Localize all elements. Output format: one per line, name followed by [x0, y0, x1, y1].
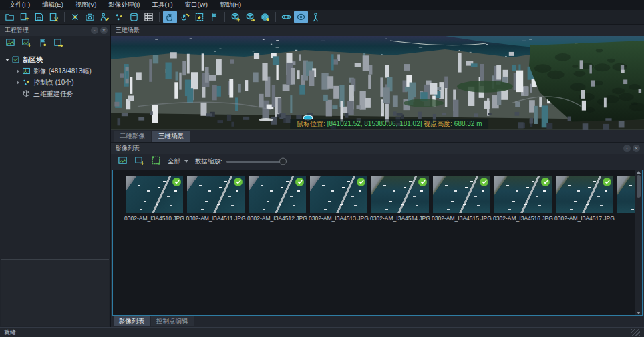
project-panel: 工程管理 ◦ ✕ 新区块影像 (4813/4813幅)控制点 (10个)三维重建…: [0, 25, 111, 327]
close-panel-icon[interactable]: ✕: [633, 145, 640, 152]
resize-grip[interactable]: [631, 329, 640, 336]
tab-image-list[interactable]: 影像列表: [114, 316, 150, 326]
image-thumbnail-4[interactable]: 0302-AM_I3A4513.JPG: [308, 176, 369, 316]
image-thumbnail-9[interactable]: [615, 176, 635, 316]
image-thumbnail-2[interactable]: 0302-AM_I3A4511.JPG: [185, 176, 247, 316]
data-zoom-label: 数据缩放:: [195, 157, 222, 166]
aerial-image-preview[interactable]: [126, 176, 183, 213]
open-project-button[interactable]: [3, 11, 17, 23]
image-filter-dropdown[interactable]: 全部: [168, 157, 188, 166]
tree-item-label: 控制点 (10个): [33, 78, 74, 87]
aerial-image-preview[interactable]: [556, 176, 613, 213]
save-project-button[interactable]: [32, 11, 46, 23]
close-panel-icon[interactable]: ✕: [100, 27, 108, 34]
add-control-point-button[interactable]: [37, 37, 47, 50]
toolbar-separator: [159, 12, 160, 22]
image-thumbnail-1[interactable]: 0302-AM_I3A4510.JPG: [124, 176, 185, 316]
aerial-image-preview[interactable]: [617, 176, 635, 213]
export-model-button[interactable]: [243, 11, 257, 23]
database-button[interactable]: [127, 11, 141, 23]
image-thumbnail-8[interactable]: 0302-AM_I3A4517.JPG: [554, 176, 615, 316]
camera-button[interactable]: [83, 11, 97, 23]
add-images-button[interactable]: [21, 37, 31, 50]
select-all-button[interactable]: [151, 155, 161, 168]
mouse-position-label: 鼠标位置:: [297, 120, 325, 127]
reconstruction-button[interactable]: [258, 11, 272, 23]
grid-button[interactable]: [142, 11, 156, 23]
menu-item-4[interactable]: 影像处理(I): [103, 0, 145, 10]
save-project-icon: [34, 12, 44, 22]
add-model-button[interactable]: [228, 11, 243, 23]
image-add-button[interactable]: [134, 155, 144, 168]
toolbar-separator: [64, 12, 65, 22]
image-list-toolbar: 全部 数据缩放:: [111, 154, 644, 170]
rotate-hand-button[interactable]: [178, 11, 192, 23]
collapse-arrow-icon[interactable]: [15, 81, 21, 85]
marquee-select-button[interactable]: [192, 11, 206, 23]
aerotriangulation-button[interactable]: [68, 11, 82, 23]
main-toolbar: [0, 10, 644, 25]
image-filename: 0302-AM_I3A4511.JPG: [186, 215, 245, 222]
viewport-status-overlay: 鼠标位置: [841021.52, 815383.86, 181.02] 视点高…: [290, 119, 488, 129]
aerial-image-preview[interactable]: [371, 176, 429, 213]
tree-item-label: 三维重建任务: [33, 89, 73, 99]
menu-item-6[interactable]: 窗口(W): [180, 0, 213, 10]
image-filename: 0302-AM_I3A4514.JPG: [370, 215, 430, 222]
add-model-icon: [230, 12, 240, 22]
pan-hand-button[interactable]: [163, 11, 177, 23]
image-thumbnail-3[interactable]: 0302-AM_I3A4512.JPG: [247, 176, 308, 316]
thumbnails-scrollbar[interactable]: [635, 170, 642, 316]
aerial-image-preview[interactable]: [187, 176, 245, 213]
project-panel-lower-area: [1, 259, 109, 326]
image-thumbnail-6[interactable]: 0302-AM_I3A4515.JPG: [431, 176, 492, 316]
collapse-arrow-icon[interactable]: [15, 69, 21, 73]
status-bar: 就绪: [0, 327, 644, 337]
eye-view-button[interactable]: [294, 11, 308, 23]
check-icon: [603, 178, 611, 186]
menu-item-7[interactable]: 帮助(H): [214, 0, 247, 10]
tripod-person-button[interactable]: [309, 11, 323, 23]
tree-item-3[interactable]: 控制点 (10个): [0, 77, 110, 88]
data-zoom-slider[interactable]: [226, 161, 285, 163]
import-images-button[interactable]: [5, 37, 15, 50]
check-icon: [172, 178, 181, 186]
aerial-image-preview[interactable]: [249, 176, 306, 213]
float-panel-icon[interactable]: ◦: [623, 145, 631, 152]
scroll-up-icon[interactable]: [637, 171, 641, 174]
image-thumbnail-5[interactable]: 0302-AM_I3A4514.JPG: [369, 176, 431, 316]
menu-item-1[interactable]: 文件(F): [4, 0, 35, 10]
new-block-button[interactable]: [17, 11, 31, 23]
image-button[interactable]: [118, 155, 128, 168]
data-zoom-control: 数据缩放:: [195, 157, 285, 166]
image-filename: 0302-AM_I3A4515.JPG: [432, 215, 492, 222]
tie-points-button[interactable]: [112, 11, 126, 23]
aerial-image-preview[interactable]: [494, 176, 552, 213]
marquee-select-icon: [194, 12, 204, 22]
scroll-down-icon[interactable]: [637, 312, 641, 314]
pose-edit-button[interactable]: [98, 11, 112, 23]
orbit-view-button[interactable]: [279, 11, 293, 23]
scrollbar-thumb[interactable]: [637, 175, 641, 198]
flag-button[interactable]: [207, 11, 221, 23]
grid-icon: [144, 12, 154, 22]
tab-2d-image[interactable]: 二维影像: [114, 131, 151, 142]
image-thumbnail-7[interactable]: 0302-AM_I3A4516.JPG: [492, 176, 554, 316]
float-panel-icon[interactable]: ◦: [91, 27, 98, 34]
tab-3d-scene[interactable]: 三维场景: [152, 131, 190, 142]
menu-item-5[interactable]: 工具(T): [146, 0, 178, 10]
image-filename: 0302-AM_I3A4510.JPG: [124, 215, 184, 222]
data-zoom-slider-handle[interactable]: [279, 158, 287, 165]
aerial-image-preview[interactable]: [433, 176, 490, 213]
aerial-image-preview[interactable]: [310, 176, 367, 213]
close-project-button[interactable]: [47, 11, 61, 23]
tree-item-4[interactable]: 三维重建任务: [0, 88, 110, 99]
3d-viewport[interactable]: 鼠标位置: [841021.52, 815383.86, 181.02] 视点高…: [111, 36, 644, 130]
tree-item-2[interactable]: 影像 (4813/4813幅): [0, 65, 110, 77]
control-points-icon: [22, 78, 31, 87]
expand-arrow-icon[interactable]: [4, 59, 11, 61]
tab-control-point-edit[interactable]: 控制点编辑: [151, 316, 194, 326]
menu-item-2[interactable]: 编辑(E): [37, 0, 69, 10]
menu-item-3[interactable]: 视图(V): [70, 0, 102, 10]
export-button[interactable]: [53, 37, 63, 50]
tree-item-1[interactable]: 新区块: [0, 54, 110, 65]
